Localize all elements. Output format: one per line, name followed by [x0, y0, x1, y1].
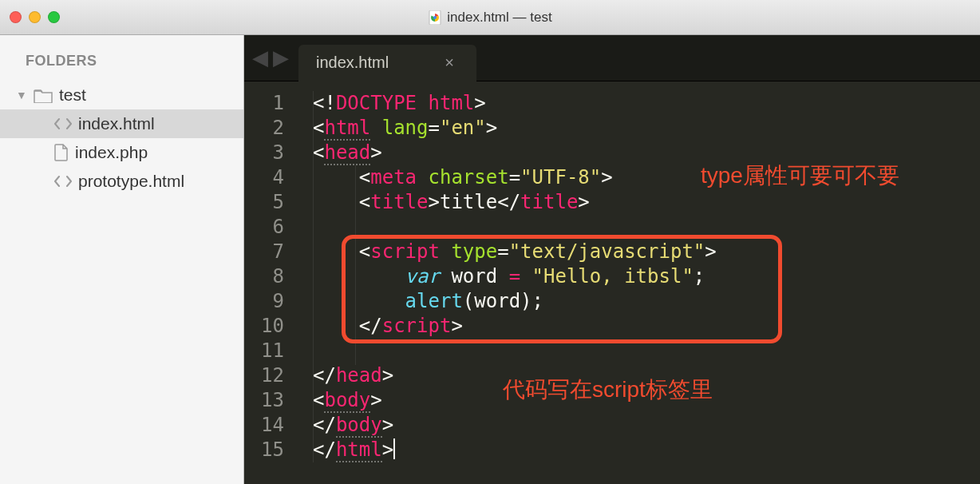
sidebar-item-label: index.php — [75, 143, 148, 162]
window-controls — [10, 11, 60, 23]
svg-point-1 — [431, 14, 439, 22]
sidebar: FOLDERS ▼ test index.html index.php prot… — [0, 35, 244, 484]
tab-index-html[interactable]: index.html × — [298, 45, 476, 81]
editor-area: ◀ ▶ index.html × 123456789101112131415 <… — [244, 35, 980, 484]
tab-history-back[interactable]: ◀ — [252, 46, 268, 70]
sidebar-item-index-php[interactable]: index.php — [0, 138, 243, 167]
svg-point-2 — [433, 16, 437, 19]
sidebar-heading: FOLDERS — [0, 35, 243, 81]
chrome-file-icon — [428, 10, 442, 25]
close-tab-icon[interactable]: × — [445, 54, 454, 72]
tab-bar: ◀ ▶ index.html × — [244, 35, 980, 81]
maximize-window-button[interactable] — [48, 11, 60, 23]
folder-icon — [34, 87, 53, 103]
svg-rect-0 — [429, 10, 441, 25]
sidebar-folder-label: test — [59, 85, 86, 105]
sidebar-item-prototype-html[interactable]: prototype.html — [0, 167, 243, 196]
code-icon — [54, 175, 72, 188]
disclosure-down-icon[interactable]: ▼ — [16, 89, 27, 101]
window-title: index.html — test — [0, 10, 980, 26]
code-body[interactable]: <!DOCTYPE html> <html lang="en"> <head> … — [295, 91, 980, 484]
tab-history-forward[interactable]: ▶ — [273, 46, 289, 70]
text-cursor — [393, 438, 395, 459]
tab-label: index.html — [316, 54, 389, 72]
sidebar-item-index-html[interactable]: index.html — [0, 109, 243, 138]
file-icon — [54, 144, 69, 161]
sidebar-item-label: index.html — [78, 114, 155, 133]
close-window-button[interactable] — [10, 11, 22, 23]
sidebar-item-label: prototype.html — [78, 172, 184, 191]
window-titlebar: index.html — test — [0, 0, 980, 35]
minimize-window-button[interactable] — [29, 11, 41, 23]
code-area[interactable]: 123456789101112131415 <!DOCTYPE html> <h… — [244, 81, 980, 484]
sidebar-folder-test[interactable]: ▼ test — [0, 81, 243, 109]
line-gutter: 123456789101112131415 — [244, 91, 295, 484]
code-icon — [54, 117, 72, 130]
